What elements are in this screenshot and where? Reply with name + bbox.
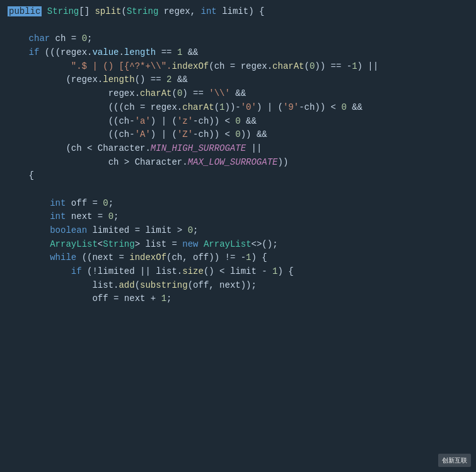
token: String xyxy=(103,239,134,249)
token: && xyxy=(171,74,187,85)
token: ( xyxy=(171,88,177,98)
token: )) == - xyxy=(315,61,352,71)
token: length xyxy=(124,47,156,57)
line-content: int off = 0; xyxy=(8,197,113,211)
token: add xyxy=(119,280,134,290)
token: new xyxy=(182,239,198,249)
code-line xyxy=(0,183,476,197)
code-line: if (!limited || list.size() < limit - 1)… xyxy=(0,265,476,279)
code-line: boolean limited = limit > 0; xyxy=(0,224,476,238)
token: (((regex. xyxy=(39,47,92,57)
token xyxy=(42,6,47,16)
line-content: public String[] split(String regex, int … xyxy=(8,5,264,19)
code-line: ArrayList<String> list = new ArrayList<>… xyxy=(0,238,476,252)
token: ( xyxy=(214,102,219,112)
token: ; xyxy=(87,33,92,44)
token: 'z' xyxy=(177,116,193,126)
token: while xyxy=(50,252,76,263)
line-content: boolean limited = limit > 0; xyxy=(8,224,198,238)
line-content: if (((regex.value.length == 1 && xyxy=(8,46,199,60)
line-content: ((ch-'a') | ('z'-ch)) < 0 && xyxy=(8,115,257,129)
token: ch > Character. xyxy=(8,157,188,167)
token: off = xyxy=(66,198,103,208)
line-content: ArrayList<String> list = new ArrayList<>… xyxy=(8,238,278,252)
token: int xyxy=(50,198,66,208)
token: ( xyxy=(121,6,126,16)
token: <>() xyxy=(252,239,273,249)
line-content: while ((next = indexOf(ch, off)) != -1) … xyxy=(8,251,267,265)
token: (regex. xyxy=(8,74,103,85)
token: next = xyxy=(66,211,108,221)
line-content: if (!limited || list.size() < limit - 1)… xyxy=(8,265,294,279)
token xyxy=(8,239,50,249)
token: substring xyxy=(140,280,188,290)
token: 0 xyxy=(82,33,87,44)
code-line: if (((regex.value.length == 1 && xyxy=(0,46,476,60)
token: String xyxy=(47,6,79,16)
token: ; xyxy=(166,293,171,304)
token: 'a' xyxy=(135,116,151,126)
token: ; xyxy=(272,239,277,249)
code-line: (ch < Character.MIN_HIGH_SURROGATE || xyxy=(0,142,476,156)
code-line: (regex.length() == 2 && xyxy=(0,73,476,87)
line-content: ((ch-'A') | ('Z'-ch)) < 0)) && xyxy=(8,128,267,142)
code-line: (((ch = regex.charAt(1))-'0') | ('9'-ch)… xyxy=(0,101,476,115)
token: '0' xyxy=(241,102,257,112)
token: ".$ | () [{^?*+\\". xyxy=(8,61,171,71)
token: 1 xyxy=(246,252,251,263)
token: ( xyxy=(305,61,310,71)
token: (ch = regex. xyxy=(209,61,272,71)
line-content: (((ch = regex.charAt(1))-'0') | ('9'-ch)… xyxy=(8,101,363,115)
token: if xyxy=(71,266,82,276)
line-content: int next = 0; xyxy=(8,210,119,224)
token: (ch < Character. xyxy=(8,143,151,153)
token: (ch, off)) != - xyxy=(166,252,246,263)
token: -ch)) < xyxy=(193,116,235,126)
token: ; xyxy=(113,211,119,221)
line-content: (ch < Character.MIN_HIGH_SURROGATE || xyxy=(8,142,262,156)
token xyxy=(8,266,71,276)
token: '\\' xyxy=(209,88,230,98)
line-content: (regex.length() == 2 && xyxy=(8,73,188,87)
token: [] xyxy=(79,6,95,16)
token: 'A' xyxy=(135,129,151,139)
token: list. xyxy=(8,280,119,290)
token: 1 xyxy=(272,266,277,276)
token: && xyxy=(230,88,246,98)
token: ((ch- xyxy=(8,116,135,126)
token: 1 xyxy=(161,293,166,304)
token: 0 xyxy=(108,211,113,221)
token: ) | ( xyxy=(151,129,177,139)
code-line: int off = 0; xyxy=(0,197,476,211)
token xyxy=(199,239,204,249)
line-content: ch > Character.MAX_LOW_SURROGATE)) xyxy=(8,156,288,170)
code-line: ((ch-'A') | ('Z'-ch)) < 0)) && xyxy=(0,128,476,142)
line-content: off = next + 1; xyxy=(8,292,171,306)
token: -ch)) < xyxy=(193,129,235,139)
token: ArrayList xyxy=(204,239,252,249)
code-line: off = next + 1; xyxy=(0,292,476,306)
token: limited = limit > xyxy=(87,225,188,235)
code-editor: public String[] split(String regex, int … xyxy=(0,0,476,472)
token xyxy=(8,198,50,208)
token: )) xyxy=(277,157,288,167)
token: MIN_HIGH_SURROGATE xyxy=(151,143,246,153)
token: ch = xyxy=(50,33,81,44)
token: off = next + xyxy=(8,293,161,304)
token: && xyxy=(347,102,363,112)
token: ))- xyxy=(224,102,240,112)
code-line: public String[] split(String regex, int … xyxy=(0,5,476,19)
code-line: regex.charAt(0) == '\\' && xyxy=(0,87,476,101)
token: indexOf xyxy=(171,61,209,71)
token: charAt xyxy=(140,88,171,98)
token: () == xyxy=(135,74,166,85)
token: ((next = xyxy=(76,252,129,263)
token: 0 xyxy=(235,116,240,126)
token: int xyxy=(201,6,217,16)
token xyxy=(8,211,50,221)
line-content: ".$ | () [{^?*+\\".indexOf(ch = regex.ch… xyxy=(8,60,378,74)
token: ) | ( xyxy=(151,116,177,126)
token: == xyxy=(156,47,177,57)
token: length xyxy=(103,74,134,85)
code-line: list.add(substring(off, next)); xyxy=(0,279,476,293)
